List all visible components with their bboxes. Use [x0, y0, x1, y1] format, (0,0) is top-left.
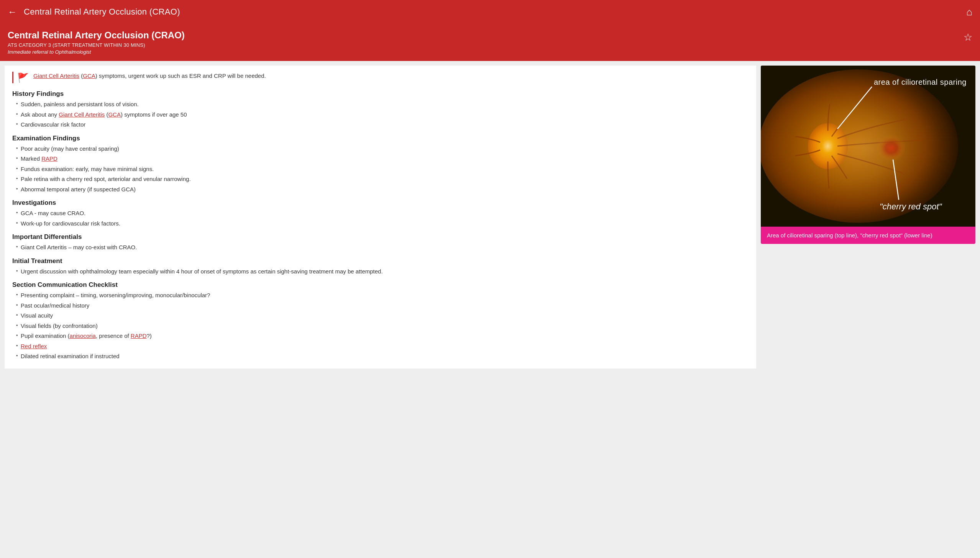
list-item: Red reflex: [15, 342, 749, 351]
header-referral: Immediate referral to Ophthalmologist: [8, 49, 185, 55]
list-item: Visual acuity: [15, 311, 749, 320]
flag-icon: 🚩: [17, 72, 29, 83]
eye-fundus-image: area of cilioretinal sparing "cherry red…: [761, 66, 975, 227]
star-button[interactable]: ☆: [964, 31, 972, 43]
svg-text:"cherry red spot": "cherry red spot": [880, 202, 942, 211]
section-heading-examination: Examination Findings: [12, 135, 749, 142]
section-list-investigations: GCA - may cause CRAO. Work-up for cardio…: [12, 209, 749, 228]
left-panel: 🚩 Giant Cell Arteritis (GCA) symptoms, u…: [5, 66, 756, 369]
section-list-checklist: Presenting complaint – timing, worsening…: [12, 291, 749, 361]
gca-link-3[interactable]: Giant Cell Arteritis: [59, 111, 105, 118]
header-section: Central Retinal Artery Occlusion (CRAO) …: [0, 24, 980, 61]
list-item: Cardiovascular risk factor: [15, 120, 749, 129]
gca-link-1[interactable]: Giant Cell Arteritis: [33, 72, 79, 79]
section-list-treatment: Urgent discussion with ophthalmology tea…: [12, 267, 749, 276]
top-bar-title: Central Retinal Artery Occlusion (CRAO): [24, 7, 180, 17]
list-item: GCA - may cause CRAO.: [15, 209, 749, 218]
list-item: Past ocular/medical history: [15, 301, 749, 310]
header-main-title: Central Retinal Artery Occlusion (CRAO): [8, 30, 185, 41]
svg-text:area of cilioretinal sparing: area of cilioretinal sparing: [874, 78, 967, 86]
home-button[interactable]: ⌂: [966, 6, 972, 18]
section-heading-investigations: Investigations: [12, 199, 749, 207]
list-item: Visual fields (by confrontation): [15, 322, 749, 331]
list-item: Marked RAPD: [15, 155, 749, 163]
list-item: Work-up for cardiovascular risk factors.: [15, 219, 749, 228]
eye-image-container: area of cilioretinal sparing "cherry red…: [761, 66, 975, 227]
anisocoria-link[interactable]: anisocoria: [70, 332, 96, 339]
list-item: Pale retina with a cherry red spot, arte…: [15, 175, 749, 184]
section-list-differentials: Giant Cell Arteritis – may co-exist with…: [12, 243, 749, 252]
header-text-block: Central Retinal Artery Occlusion (CRAO) …: [8, 30, 185, 55]
section-heading-differentials: Important Differentials: [12, 233, 749, 241]
top-navigation-bar: ← Central Retinal Artery Occlusion (CRAO…: [0, 0, 980, 24]
list-item: Sudden, painless and persistant loss of …: [15, 100, 749, 109]
list-item: Abnormal temporal artery (if suspected G…: [15, 185, 749, 194]
list-item: Presenting complaint – timing, worsening…: [15, 291, 749, 300]
top-bar-left: ← Central Retinal Artery Occlusion (CRAO…: [8, 7, 180, 17]
section-heading-history: History Findings: [12, 90, 749, 98]
list-item: Giant Cell Arteritis – may co-exist with…: [15, 243, 749, 252]
list-item: Fundus examination: early, may have mini…: [15, 165, 749, 174]
rapd-link-2[interactable]: RAPD: [131, 332, 147, 339]
rapd-link-1[interactable]: RAPD: [41, 155, 57, 162]
svg-point-4: [788, 85, 941, 211]
alert-text: Giant Cell Arteritis (GCA) symptoms, urg…: [33, 72, 266, 81]
list-item: Poor acuity (may have central sparing): [15, 145, 749, 153]
list-item: Urgent discussion with ophthalmology tea…: [15, 267, 749, 276]
section-list-history: Sudden, painless and persistant loss of …: [12, 100, 749, 129]
list-item: Dilated retinal examination if instructe…: [15, 352, 749, 361]
gca-link-2[interactable]: GCA: [83, 72, 95, 79]
section-list-examination: Poor acuity (may have central sparing) M…: [12, 145, 749, 194]
main-content: 🚩 Giant Cell Arteritis (GCA) symptoms, u…: [0, 61, 980, 373]
alert-row: 🚩 Giant Cell Arteritis (GCA) symptoms, u…: [12, 72, 749, 83]
list-item: Pupil examination (anisocoria, presence …: [15, 332, 749, 341]
list-item: Ask about any Giant Cell Arteritis (GCA)…: [15, 110, 749, 119]
section-heading-treatment: Initial Treatment: [12, 257, 749, 265]
right-panel: area of cilioretinal sparing "cherry red…: [761, 66, 975, 369]
header-category: ATS CATEGORY 3 (START TREATMENT WITHIN 3…: [8, 42, 185, 48]
image-caption: Area of cilioretinal sparing (top line),…: [761, 227, 975, 244]
gca-link-4[interactable]: GCA: [108, 111, 121, 118]
red-reflex-link[interactable]: Red reflex: [21, 343, 47, 349]
section-heading-checklist: Section Communication Checklist: [12, 281, 749, 289]
back-button[interactable]: ←: [8, 7, 17, 17]
